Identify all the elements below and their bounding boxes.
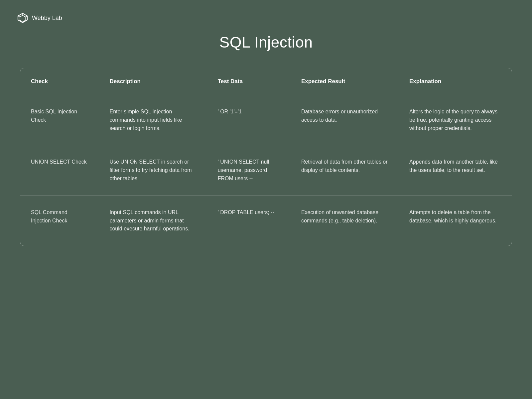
- cell-expected_result-2: Execution of unwanted database commands …: [291, 196, 399, 246]
- logo: Webby Lab: [17, 12, 62, 24]
- cell-explanation-0: Alters the logic of the query to always …: [399, 95, 512, 145]
- svg-marker-1: [20, 15, 25, 22]
- cell-expected_result-0: Database errors or unauthorized access t…: [291, 95, 399, 145]
- page-title: SQL Injection: [0, 33, 532, 51]
- cell-check-1: UNION SELECT Check: [20, 145, 99, 196]
- cell-check-0: Basic SQL Injection Check: [20, 95, 99, 145]
- table-row: UNION SELECT CheckUse UNION SELECT in se…: [20, 145, 512, 196]
- cell-check-2: SQL Command Injection Check: [20, 196, 99, 246]
- cell-description-2: Input SQL commands in URL parameters or …: [99, 196, 207, 246]
- cell-expected_result-1: Retrieval of data from other tables or d…: [291, 145, 399, 196]
- header-expected-result: Expected Result: [291, 68, 399, 95]
- logo-text: Webby Lab: [32, 15, 62, 22]
- sql-injection-table: Check Description Test Data Expected Res…: [20, 68, 512, 246]
- cell-description-0: Enter simple SQL injection commands into…: [99, 95, 207, 145]
- cell-explanation-1: Appends data from another table, like th…: [399, 145, 512, 196]
- cell-description-1: Use UNION SELECT in search or filter for…: [99, 145, 207, 196]
- cell-explanation-2: Attempts to delete a table from the data…: [399, 196, 512, 246]
- cell-test_data-0: ' OR '1'='1: [207, 95, 291, 145]
- header-check: Check: [20, 68, 99, 95]
- cell-test_data-2: ' DROP TABLE users; --: [207, 196, 291, 246]
- header-explanation: Explanation: [399, 68, 512, 95]
- svg-line-4: [25, 20, 27, 20]
- logo-icon: [17, 12, 29, 24]
- header-test-data: Test Data: [207, 68, 291, 95]
- header-description: Description: [99, 68, 207, 95]
- table-header-row: Check Description Test Data Expected Res…: [20, 68, 512, 95]
- cell-test_data-1: ' UNION SELECT null, username, password …: [207, 145, 291, 196]
- svg-line-6: [18, 20, 20, 20]
- table-row: SQL Command Injection CheckInput SQL com…: [20, 196, 512, 246]
- table-row: Basic SQL Injection CheckEnter simple SQ…: [20, 95, 512, 145]
